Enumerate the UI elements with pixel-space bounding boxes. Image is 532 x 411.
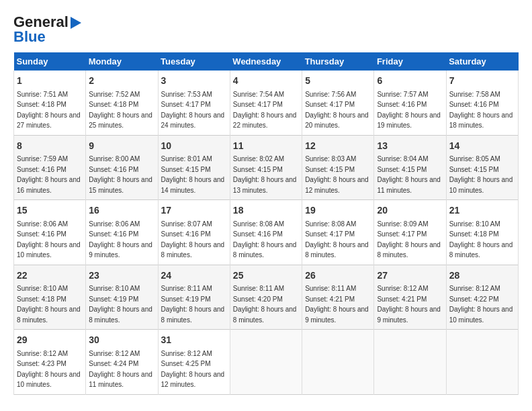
day-info: Sunrise: 8:08 AMSunset: 4:16 PMDaylight:… xyxy=(233,220,297,259)
calendar-day-cell: 25 Sunrise: 8:11 AMSunset: 4:20 PMDaylig… xyxy=(230,265,302,330)
day-info: Sunrise: 8:12 AMSunset: 4:24 PMDaylight:… xyxy=(89,350,152,389)
day-number: 8 xyxy=(17,140,83,153)
day-number: 18 xyxy=(233,204,299,218)
calendar-day-cell: 8 Sunrise: 7:59 AMSunset: 4:16 PMDayligh… xyxy=(14,135,86,200)
logo-blue: Blue xyxy=(13,28,46,46)
day-number: 23 xyxy=(89,269,154,283)
calendar-day-cell: 29 Sunrise: 8:12 AMSunset: 4:23 PMDaylig… xyxy=(14,330,86,395)
day-number: 21 xyxy=(449,204,515,218)
calendar-table: SundayMondayTuesdayWednesdayThursdayFrid… xyxy=(13,52,519,395)
day-number: 19 xyxy=(305,204,371,218)
day-info: Sunrise: 8:02 AMSunset: 4:15 PMDaylight:… xyxy=(233,155,297,194)
calendar-day-header: Saturday xyxy=(446,52,518,71)
day-number: 26 xyxy=(305,269,371,283)
calendar-day-cell: 28 Sunrise: 8:12 AMSunset: 4:22 PMDaylig… xyxy=(446,265,518,330)
day-number: 10 xyxy=(161,140,227,153)
day-info: Sunrise: 7:57 AMSunset: 4:16 PMDaylight:… xyxy=(377,91,441,130)
day-info: Sunrise: 7:56 AMSunset: 4:17 PMDaylight:… xyxy=(305,91,369,130)
calendar-day-cell: 19 Sunrise: 8:08 AMSunset: 4:17 PMDaylig… xyxy=(302,200,374,265)
calendar-day-header: Wednesday xyxy=(230,52,302,71)
day-number: 16 xyxy=(89,204,154,218)
day-info: Sunrise: 8:09 AMSunset: 4:17 PMDaylight:… xyxy=(377,220,441,259)
logo-arrow-icon xyxy=(71,17,81,29)
calendar-day-cell: 15 Sunrise: 8:06 AMSunset: 4:16 PMDaylig… xyxy=(14,200,86,265)
day-number: 20 xyxy=(377,204,443,218)
calendar-day-cell: 18 Sunrise: 8:08 AMSunset: 4:16 PMDaylig… xyxy=(230,200,302,265)
calendar-header-row: SundayMondayTuesdayWednesdayThursdayFrid… xyxy=(14,52,519,71)
day-number: 1 xyxy=(17,75,83,88)
day-number: 2 xyxy=(89,75,154,88)
calendar-day-cell: 13 Sunrise: 8:04 AMSunset: 4:15 PMDaylig… xyxy=(374,135,446,200)
calendar-day-cell: 2 Sunrise: 7:52 AMSunset: 4:18 PMDayligh… xyxy=(86,71,158,135)
calendar-day-cell: 10 Sunrise: 8:01 AMSunset: 4:15 PMDaylig… xyxy=(158,135,230,200)
day-number: 15 xyxy=(17,204,83,218)
calendar-day-cell: 16 Sunrise: 8:06 AMSunset: 4:16 PMDaylig… xyxy=(86,200,158,265)
calendar-day-cell xyxy=(374,330,446,395)
day-info: Sunrise: 8:03 AMSunset: 4:15 PMDaylight:… xyxy=(305,155,369,194)
day-number: 12 xyxy=(305,140,371,153)
calendar-day-header: Tuesday xyxy=(158,52,230,71)
calendar-day-cell: 11 Sunrise: 8:02 AMSunset: 4:15 PMDaylig… xyxy=(230,135,302,200)
day-info: Sunrise: 8:10 AMSunset: 4:18 PMDaylight:… xyxy=(17,285,81,324)
logo: General Blue xyxy=(13,13,81,46)
day-number: 9 xyxy=(89,140,154,153)
day-info: Sunrise: 8:06 AMSunset: 4:16 PMDaylight:… xyxy=(17,220,81,259)
day-info: Sunrise: 8:11 AMSunset: 4:19 PMDaylight:… xyxy=(161,285,225,324)
calendar-week-row: 1 Sunrise: 7:51 AMSunset: 4:18 PMDayligh… xyxy=(14,71,519,135)
day-info: Sunrise: 8:06 AMSunset: 4:16 PMDaylight:… xyxy=(89,220,152,259)
day-number: 4 xyxy=(233,75,299,88)
calendar-day-cell: 21 Sunrise: 8:10 AMSunset: 4:18 PMDaylig… xyxy=(446,200,518,265)
day-info: Sunrise: 8:04 AMSunset: 4:15 PMDaylight:… xyxy=(377,155,441,194)
calendar-day-cell: 5 Sunrise: 7:56 AMSunset: 4:17 PMDayligh… xyxy=(302,71,374,135)
calendar-day-header: Friday xyxy=(374,52,446,71)
calendar-day-cell: 26 Sunrise: 8:11 AMSunset: 4:21 PMDaylig… xyxy=(302,265,374,330)
day-info: Sunrise: 8:12 AMSunset: 4:23 PMDaylight:… xyxy=(17,350,81,389)
calendar-day-cell: 23 Sunrise: 8:10 AMSunset: 4:19 PMDaylig… xyxy=(86,265,158,330)
day-number: 14 xyxy=(449,140,515,153)
day-info: Sunrise: 8:11 AMSunset: 4:21 PMDaylight:… xyxy=(305,285,369,324)
calendar-day-header: Thursday xyxy=(302,52,374,71)
day-info: Sunrise: 7:54 AMSunset: 4:17 PMDaylight:… xyxy=(233,91,297,130)
calendar-day-cell: 4 Sunrise: 7:54 AMSunset: 4:17 PMDayligh… xyxy=(230,71,302,135)
calendar-day-cell: 17 Sunrise: 8:07 AMSunset: 4:16 PMDaylig… xyxy=(158,200,230,265)
calendar-day-cell: 12 Sunrise: 8:03 AMSunset: 4:15 PMDaylig… xyxy=(302,135,374,200)
calendar-day-cell: 14 Sunrise: 8:05 AMSunset: 4:15 PMDaylig… xyxy=(446,135,518,200)
day-info: Sunrise: 8:10 AMSunset: 4:18 PMDaylight:… xyxy=(449,220,513,259)
day-info: Sunrise: 7:58 AMSunset: 4:16 PMDaylight:… xyxy=(449,91,513,130)
day-number: 28 xyxy=(449,269,515,283)
day-info: Sunrise: 8:12 AMSunset: 4:21 PMDaylight:… xyxy=(377,285,441,324)
calendar-week-row: 8 Sunrise: 7:59 AMSunset: 4:16 PMDayligh… xyxy=(14,135,519,200)
day-number: 5 xyxy=(305,75,371,88)
calendar-day-cell: 20 Sunrise: 8:09 AMSunset: 4:17 PMDaylig… xyxy=(374,200,446,265)
calendar-day-header: Sunday xyxy=(14,52,86,71)
calendar-week-row: 29 Sunrise: 8:12 AMSunset: 4:23 PMDaylig… xyxy=(14,330,519,395)
day-number: 7 xyxy=(449,75,515,88)
day-info: Sunrise: 8:08 AMSunset: 4:17 PMDaylight:… xyxy=(305,220,369,259)
day-number: 25 xyxy=(233,269,299,283)
day-info: Sunrise: 7:51 AMSunset: 4:18 PMDaylight:… xyxy=(17,91,81,130)
calendar-day-cell: 24 Sunrise: 8:11 AMSunset: 4:19 PMDaylig… xyxy=(158,265,230,330)
day-number: 13 xyxy=(377,140,443,153)
day-number: 27 xyxy=(377,269,443,283)
day-number: 29 xyxy=(17,334,83,347)
day-number: 11 xyxy=(233,140,299,153)
day-number: 24 xyxy=(161,269,227,283)
calendar-day-cell: 9 Sunrise: 8:00 AMSunset: 4:16 PMDayligh… xyxy=(86,135,158,200)
calendar-day-header: Monday xyxy=(86,52,158,71)
calendar-day-cell xyxy=(230,330,302,395)
calendar-day-cell xyxy=(302,330,374,395)
day-number: 30 xyxy=(89,334,154,347)
day-info: Sunrise: 7:53 AMSunset: 4:17 PMDaylight:… xyxy=(161,91,225,130)
calendar-day-cell: 31 Sunrise: 8:12 AMSunset: 4:25 PMDaylig… xyxy=(158,330,230,395)
day-info: Sunrise: 8:00 AMSunset: 4:16 PMDaylight:… xyxy=(89,155,152,194)
calendar-body: 1 Sunrise: 7:51 AMSunset: 4:18 PMDayligh… xyxy=(14,71,519,394)
calendar-day-cell: 7 Sunrise: 7:58 AMSunset: 4:16 PMDayligh… xyxy=(446,71,518,135)
calendar-day-cell: 30 Sunrise: 8:12 AMSunset: 4:24 PMDaylig… xyxy=(86,330,158,395)
day-info: Sunrise: 7:59 AMSunset: 4:16 PMDaylight:… xyxy=(17,155,81,194)
calendar-day-cell: 1 Sunrise: 7:51 AMSunset: 4:18 PMDayligh… xyxy=(14,71,86,135)
day-info: Sunrise: 8:12 AMSunset: 4:25 PMDaylight:… xyxy=(161,350,225,389)
page-header: General Blue xyxy=(13,13,519,46)
day-info: Sunrise: 8:12 AMSunset: 4:22 PMDaylight:… xyxy=(449,285,513,324)
day-info: Sunrise: 8:01 AMSunset: 4:15 PMDaylight:… xyxy=(161,155,225,194)
day-number: 17 xyxy=(161,204,227,218)
